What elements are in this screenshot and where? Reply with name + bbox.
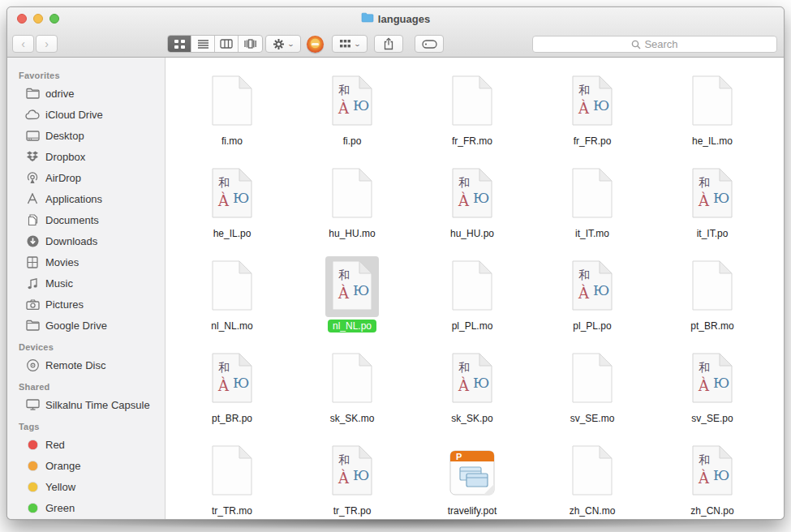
window-shadow [24, 520, 767, 530]
orange-app-icon[interactable] [307, 36, 324, 53]
sidebar-item-green[interactable]: Green [7, 497, 165, 518]
file-name-label: sk_SK.mo [325, 412, 380, 425]
chevron-down-icon: ⌄ [287, 41, 294, 48]
green-tag-icon [25, 501, 40, 514]
search-input[interactable]: Search [532, 36, 777, 53]
titlebar[interactable]: languages [7, 7, 784, 30]
sidebar-item-label: Applications [45, 193, 102, 205]
tag-icon [422, 40, 437, 49]
sidebar: Favorites odrive iCloud Drive Desktop Dr… [7, 58, 166, 520]
file-item-sk-SK-po[interactable]: 和 À Ю sk_SK.po [412, 343, 532, 435]
arrange-icon [339, 39, 351, 49]
sidebar-item-airdrop[interactable]: AirDrop [7, 167, 165, 188]
file-item-pl-PL-po[interactable]: 和 À Ю pl_PL.po [532, 251, 652, 343]
column-view-button[interactable] [215, 36, 239, 52]
svg-text:Ю: Ю [353, 282, 369, 298]
file-item-hu-HU-po[interactable]: 和 À Ю hu_HU.po [412, 158, 532, 251]
file-item-tr-TR-po[interactable]: 和 À Ю tr_TR.po [292, 435, 412, 520]
svg-text:Ю: Ю [593, 282, 609, 298]
file-item-it-IT-mo[interactable]: it_IT.mo [532, 158, 652, 251]
file-item-fi-mo[interactable]: fi.mo [172, 66, 292, 158]
list-view-button[interactable] [191, 36, 215, 52]
file-item-he-IL-mo[interactable]: he_IL.mo [652, 66, 772, 158]
file-item-nl-NL-po[interactable]: 和 À Ю nl_NL.po [292, 251, 412, 343]
search-placeholder: Search [644, 38, 677, 50]
file-item-fi-po[interactable]: 和 À Ю fi.po [292, 66, 412, 158]
sidebar-item-desktop[interactable]: Desktop [7, 125, 165, 146]
sidebar-item-label: Remote Disc [45, 359, 105, 371]
file-item-tr-TR-mo[interactable]: tr_TR.mo [172, 435, 292, 520]
sidebar-item-documents[interactable]: Documents [7, 209, 165, 230]
sidebar-item-google-drive[interactable]: Google Drive [7, 315, 165, 336]
svg-text:和: 和 [699, 361, 710, 374]
mo-file-icon [205, 256, 259, 317]
file-name-label: zh_CN.po [686, 504, 738, 517]
file-name-label: it_IT.mo [570, 227, 614, 240]
sidebar-item-label: Dropbox [45, 151, 85, 163]
sidebar-item-label: Silkalnu Time Capsule [45, 399, 150, 411]
file-item-pt-BR-mo[interactable]: pt_BR.mo [652, 251, 772, 343]
folder-icon [25, 87, 40, 100]
file-item-it-IT-po[interactable]: 和 À Ю it_IT.po [652, 158, 772, 251]
sidebar-item-yellow[interactable]: Yellow [7, 476, 165, 497]
file-name-label: hu_HU.po [445, 227, 499, 240]
sidebar-item-dropbox[interactable]: Dropbox [7, 146, 165, 167]
forward-button[interactable]: › [36, 35, 58, 53]
file-item-nl-NL-mo[interactable]: nl_NL.mo [172, 251, 292, 343]
file-item-hu-HU-mo[interactable]: hu_HU.mo [292, 158, 412, 251]
po-file-icon: 和 À Ю [445, 349, 499, 410]
file-item-sv-SE-po[interactable]: 和 À Ю sv_SE.po [652, 343, 772, 435]
minimize-button[interactable] [33, 14, 43, 24]
svg-text:P: P [456, 452, 462, 461]
desktop-icon [25, 129, 40, 142]
sidebar-item-icloud-drive[interactable]: iCloud Drive [7, 104, 165, 125]
file-name-label: fr_FR.po [569, 135, 617, 148]
sidebar-item-silkalnu-time-capsule[interactable]: Silkalnu Time Capsule [7, 394, 165, 415]
file-item-pl-PL-mo[interactable]: pl_PL.mo [412, 251, 532, 343]
close-button[interactable] [17, 14, 27, 24]
svg-text:和: 和 [578, 84, 590, 97]
mo-file-icon [445, 71, 499, 132]
file-item-fr-FR-po[interactable]: 和 À Ю fr_FR.po [532, 66, 652, 158]
sidebar-item-pictures[interactable]: Pictures [7, 294, 165, 315]
icon-view-button[interactable] [168, 36, 191, 52]
action-menu-button[interactable]: ⌄ [265, 35, 301, 53]
svg-text:À: À [217, 191, 230, 209]
file-item-travelify-pot[interactable]: P travelify.pot [412, 435, 532, 520]
zoom-button[interactable] [49, 14, 59, 24]
orange-tag-icon [25, 459, 40, 472]
file-item-sk-SK-mo[interactable]: sk_SK.mo [292, 343, 412, 435]
file-item-zh-CN-mo[interactable]: zh_CN.mo [532, 435, 652, 520]
file-name-label: nl_NL.mo [206, 320, 257, 332]
coverflow-view-button[interactable] [239, 36, 262, 52]
sidebar-item-red[interactable]: Red [7, 434, 165, 455]
sidebar-item-orange[interactable]: Orange [7, 455, 165, 476]
sidebar-item-label: Google Drive [45, 320, 107, 332]
mo-file-icon [565, 441, 619, 502]
svg-text:和: 和 [338, 453, 350, 466]
window-body: Favorites odrive iCloud Drive Desktop Dr… [7, 58, 784, 520]
svg-text:À: À [698, 376, 710, 394]
file-item-he-IL-po[interactable]: 和 À Ю he_IL.po [172, 158, 292, 251]
sidebar-item-applications[interactable]: Applications [7, 188, 165, 209]
sidebar-section: Shared Silkalnu Time Capsule [7, 375, 165, 415]
file-name-label: it_IT.po [692, 227, 733, 240]
svg-text:Ю: Ю [473, 190, 489, 206]
arrange-menu-button[interactable]: ⌄ [332, 35, 368, 53]
file-grid[interactable]: fi.mo 和 À Ю fi.po fr_FR.mo 和 À Ю fr_FR.p… [166, 58, 784, 520]
file-item-fr-FR-mo[interactable]: fr_FR.mo [412, 66, 532, 158]
file-item-pt-BR-po[interactable]: 和 À Ю pt_BR.po [172, 343, 292, 435]
sidebar-item-remote-disc[interactable]: Remote Disc [7, 354, 165, 375]
tag-button[interactable] [415, 35, 444, 53]
file-item-sv-SE-mo[interactable]: sv_SE.mo [532, 343, 652, 435]
file-name-label: fi.po [338, 135, 367, 148]
file-name-label: tr_TR.mo [207, 504, 257, 517]
file-item-zh-CN-po[interactable]: 和 À Ю zh_CN.po [652, 435, 772, 520]
sidebar-item-odrive[interactable]: odrive [7, 83, 165, 104]
sidebar-item-downloads[interactable]: Downloads [7, 230, 165, 251]
sidebar-item-movies[interactable]: Movies [7, 251, 165, 272]
back-button[interactable]: ‹ [12, 35, 34, 53]
sidebar-item-music[interactable]: Music [7, 272, 165, 294]
share-button[interactable] [374, 35, 403, 53]
svg-text:和: 和 [458, 361, 470, 374]
